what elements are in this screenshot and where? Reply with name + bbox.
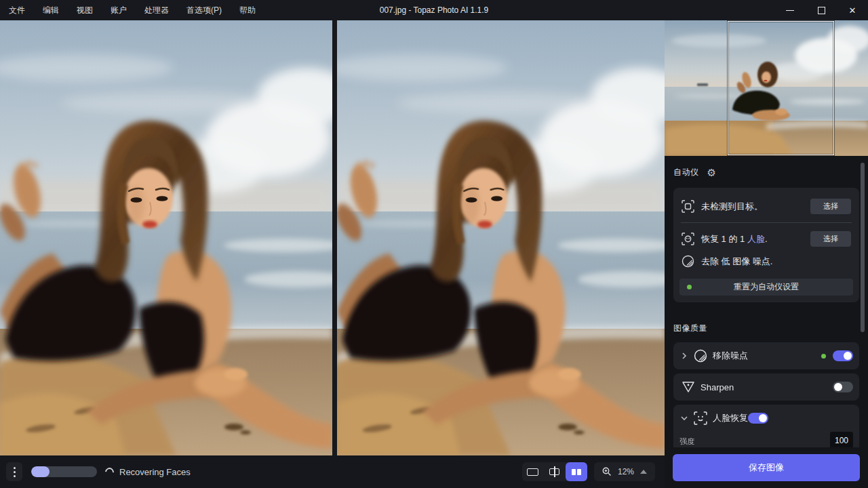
autopilot-applied-dot (821, 354, 826, 359)
face-recovery-card: 人脸恢复 强度 100 1人脸选择 选择 (673, 405, 859, 447)
split-view-icon (549, 466, 560, 477)
zoom-level: 12% (618, 467, 634, 476)
window-controls: ✕ (774, 0, 868, 20)
face-detect-icon (682, 232, 694, 245)
minimize-button[interactable] (774, 0, 806, 20)
face-recovery-label: 人脸恢复 (713, 412, 748, 424)
menu-preferences[interactable]: 首选项(P) (186, 5, 222, 16)
remove-noise-card[interactable]: 移除噪点 (673, 342, 859, 369)
save-area: 保存图像 (665, 447, 868, 488)
zoom-dropdown-arrow-icon[interactable] (640, 470, 647, 474)
zoom-in-icon (602, 467, 612, 476)
app-window: 文件 编辑 视图 账户 处理器 首选项(P) 帮助 007.jpg - Topa… (0, 0, 868, 488)
subject-status-text: 未检测到目标。 (701, 201, 763, 213)
face-recovery-toggle[interactable] (748, 413, 768, 424)
menu-help[interactable]: 帮助 (239, 5, 256, 16)
menu-processor[interactable]: 处理器 (144, 5, 169, 16)
menu-account[interactable]: 账户 (111, 5, 127, 16)
canvas-column: Recovering Faces (0, 20, 665, 488)
remove-noise-label: 移除噪点 (713, 350, 748, 362)
maximize-icon (818, 7, 825, 14)
navigator-viewport-rect[interactable] (728, 21, 834, 155)
close-button[interactable]: ✕ (837, 0, 868, 20)
after-image-pane[interactable] (337, 20, 665, 455)
menu-bar: 文件 编辑 视图 账户 处理器 首选项(P) 帮助 (0, 5, 256, 16)
minimize-icon (786, 10, 794, 11)
autopilot-settings-gear-icon[interactable]: ⚙ (707, 167, 716, 178)
beach-photo-before (0, 20, 332, 455)
kebab-icon (14, 467, 16, 469)
main-content: Recovering Faces (0, 20, 868, 488)
beach-photo-after (337, 20, 665, 455)
scrollbar-thumb[interactable] (861, 163, 865, 332)
face-status-text: 恢复 1 的 1 人脸. (701, 233, 768, 245)
save-image-button[interactable]: 保存图像 (673, 454, 860, 481)
right-panel: 自动仪 ⚙ 未检测到目标。 选择 (665, 20, 868, 488)
navigator-preview (665, 20, 868, 156)
image-canvas (0, 20, 665, 455)
side-by-side-icon (572, 469, 581, 475)
progress-bar (31, 466, 97, 477)
chevron-down-icon[interactable] (680, 415, 688, 421)
autopilot-subject-row: 未检测到目标。 选择 (679, 195, 853, 218)
autopilot-title: 自动仪 (673, 167, 699, 178)
strength-label: 强度 (679, 437, 694, 445)
autopilot-face-row: 恢复 1 的 1 人脸. 选择 (679, 227, 853, 251)
kebab-menu-button[interactable] (6, 462, 22, 481)
title-bar: 文件 编辑 视图 账户 处理器 首选项(P) 帮助 007.jpg - Topa… (0, 0, 868, 20)
single-view-icon (527, 468, 538, 476)
subject-detect-icon (682, 200, 694, 213)
side-by-side-view-button[interactable] (566, 462, 587, 481)
single-view-button[interactable] (522, 462, 544, 481)
settings-scroll-area: 自动仪 ⚙ 未检测到目标。 选择 (665, 156, 868, 447)
autopilot-card: 未检测到目标。 选择 恢复 1 的 1 人 (673, 188, 859, 302)
autopilot-header: 自动仪 ⚙ (673, 167, 859, 178)
sharpen-icon (682, 381, 695, 393)
subject-select-button[interactable]: 选择 (810, 199, 851, 214)
face-count-link[interactable]: 人脸 (747, 234, 765, 244)
spinner-icon (103, 466, 115, 478)
status-bar: Recovering Faces (0, 455, 665, 488)
before-image-pane[interactable] (0, 20, 332, 455)
autopilot-noise-row: 去除 低 图像 噪点. (679, 251, 853, 272)
chevron-right-icon[interactable] (680, 352, 688, 360)
status-text: Recovering Faces (119, 467, 191, 477)
remove-noise-toggle[interactable] (833, 350, 853, 361)
face-recovery-header[interactable]: 人脸恢复 (673, 405, 859, 432)
face-select-button[interactable]: 选择 (810, 231, 851, 247)
strength-value-input[interactable]: 100 (830, 432, 853, 447)
noise-icon (682, 255, 694, 268)
split-view-button[interactable] (544, 462, 566, 481)
remove-noise-icon (694, 349, 707, 363)
pane-divider (332, 20, 337, 455)
view-mode-group (522, 462, 587, 481)
zoom-control[interactable]: 12% (594, 462, 655, 481)
maximize-button[interactable] (806, 0, 837, 20)
menu-view[interactable]: 视图 (77, 5, 93, 16)
menu-edit[interactable]: 编辑 (43, 5, 59, 16)
image-quality-title: 图像质量 (673, 323, 859, 334)
sharpen-toggle[interactable] (833, 382, 853, 392)
menu-file[interactable]: 文件 (9, 5, 25, 16)
strength-control: 强度 100 (673, 432, 859, 447)
divider (681, 222, 852, 223)
progress-fill (31, 466, 50, 477)
face-recovery-icon (694, 411, 707, 425)
reset-autopilot-button[interactable]: 重置为自动仪设置 (679, 279, 853, 296)
sharpen-card[interactable]: Sharpen (673, 373, 859, 401)
sharpen-label: Sharpen (701, 382, 734, 392)
noise-status-text: 去除 低 图像 噪点. (701, 256, 772, 268)
